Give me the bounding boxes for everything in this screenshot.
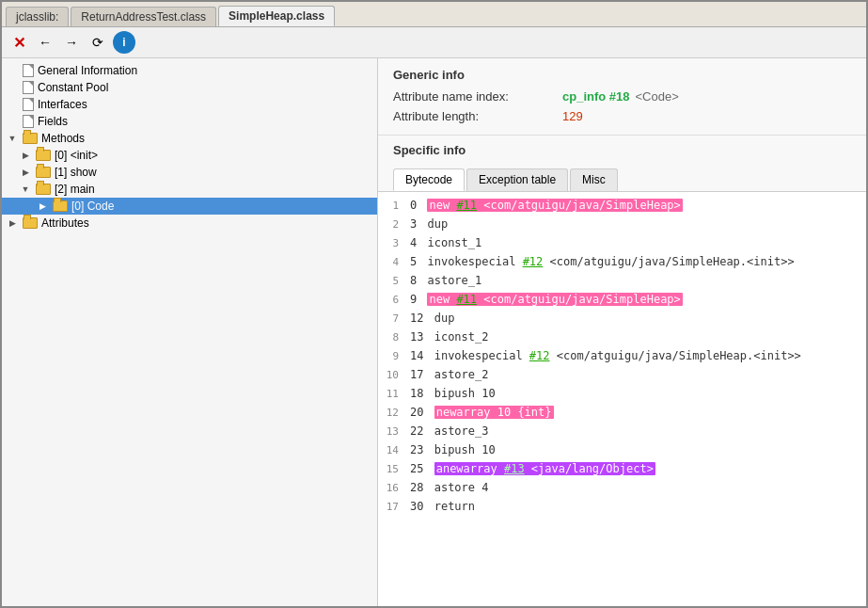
ref-12-line4[interactable]: #12 <box>523 255 544 268</box>
ref-11-line1[interactable]: #11 <box>456 199 477 212</box>
line-num-10: 10 <box>378 369 406 381</box>
bytecode-panel[interactable]: 1 0 new #11 <com/atguigu/java/SimpleHeap… <box>378 192 866 606</box>
close-button[interactable]: ✕ <box>8 31 30 54</box>
forward-button[interactable]: → <box>60 31 83 54</box>
file-icon-interfaces <box>23 98 34 111</box>
tree-label-method-show: [1] show <box>55 166 97 179</box>
expand-method-show[interactable] <box>19 166 32 179</box>
line-num-4: 4 <box>378 256 406 268</box>
expand-interfaces <box>6 98 19 111</box>
tab-returnaddress[interactable]: ReturnAddressTest.class <box>71 7 216 26</box>
line-content-16: 28 astore 4 <box>406 481 866 494</box>
tab-bytecode[interactable]: Bytecode <box>393 168 465 191</box>
line-num-3: 3 <box>378 237 406 249</box>
tab-jclasslib[interactable]: jclasslib: <box>6 7 69 26</box>
line-content-17: 30 return <box>406 500 866 513</box>
bytecode-line-7: 7 12 dup <box>378 309 866 328</box>
tree-item-methods[interactable]: Methods <box>2 130 377 147</box>
line-num-7: 7 <box>378 312 406 325</box>
bytecode-line-10: 10 17 astore_2 <box>378 365 866 384</box>
right-container: Generic info Attribute name index: cp_in… <box>378 58 866 606</box>
expand-constant-pool <box>6 81 19 94</box>
expand-method-init[interactable] <box>19 149 32 162</box>
line-content-14: 23 bipush 10 <box>406 443 866 456</box>
expand-methods[interactable] <box>6 132 19 145</box>
specific-info-section: Specific info <box>378 136 866 168</box>
bytecode-line-16: 16 28 astore 4 <box>378 478 866 497</box>
bytecode-line-15: 15 25 anewarray #13 <java/lang/Object> <box>378 459 866 478</box>
folder-icon-attributes <box>23 217 38 229</box>
line-content-12: 20 newarray 10 {int} <box>406 406 866 419</box>
attr-name-value[interactable]: cp_info #18 <box>562 89 630 104</box>
folder-icon-method-show <box>36 167 51 178</box>
line-num-15: 15 <box>378 463 406 475</box>
expand-method-main[interactable] <box>19 183 32 196</box>
tab-simpleheap-label: SimpleHeap.class <box>229 9 324 23</box>
line-num-14: 14 <box>378 444 406 456</box>
line-num-13: 13 <box>378 425 406 438</box>
bytecode-line-1: 1 0 new #11 <com/atguigu/java/SimpleHeap… <box>378 196 866 215</box>
tree-label-method-main: [2] main <box>55 183 95 196</box>
info-button[interactable]: i <box>113 31 135 54</box>
tree-label-methods: Methods <box>41 132 85 145</box>
ref-13-line15[interactable]: #13 <box>504 462 525 475</box>
bytecode-line-8: 8 13 iconst_2 <box>378 328 866 346</box>
bytecode-line-5: 5 8 astore_1 <box>378 271 866 290</box>
line-num-1: 1 <box>378 200 406 212</box>
tab-bar: jclasslib: ReturnAddressTest.class Simpl… <box>2 2 866 27</box>
tree-label-attributes: Attributes <box>41 216 89 230</box>
tab-exception-table[interactable]: Exception table <box>466 168 568 191</box>
tab-misc[interactable]: Misc <box>570 168 618 191</box>
attr-length-value: 129 <box>562 109 583 123</box>
line-content-8: 13 iconst_2 <box>406 330 866 344</box>
tree-item-interfaces[interactable]: Interfaces <box>2 96 377 113</box>
toolbar: ✕ ← → ⟳ i <box>2 27 866 58</box>
back-button[interactable]: ← <box>34 31 56 54</box>
tree-label-method-main-code: [0] Code <box>71 200 114 213</box>
bytecode-line-6: 6 9 new #11 <com/atguigu/java/SimpleHeap… <box>378 290 866 309</box>
expand-method-main-code[interactable] <box>36 200 49 213</box>
attr-length-row: Attribute length: 129 <box>393 109 851 123</box>
line-content-4: 5 invokespecial #12 <com/atguigu/java/Si… <box>406 255 866 268</box>
tree-item-constant-pool[interactable]: Constant Pool <box>2 79 377 96</box>
tab-simpleheap[interactable]: SimpleHeap.class <box>218 6 335 26</box>
specific-info-title: Specific info <box>393 143 851 157</box>
line-num-12: 12 <box>378 407 406 419</box>
line-content-5: 8 astore_1 <box>406 274 866 287</box>
folder-icon-method-init <box>36 150 51 161</box>
bytecode-line-13: 13 22 astore_3 <box>378 422 866 440</box>
line-num-6: 6 <box>378 294 406 306</box>
line-content-15: 25 anewarray #13 <java/lang/Object> <box>406 462 866 475</box>
tree-item-method-main-code[interactable]: [0] Code <box>2 198 377 215</box>
right-panel: Generic info Attribute name index: cp_in… <box>378 58 866 606</box>
refresh-button[interactable]: ⟳ <box>87 31 109 54</box>
ref-12-line9[interactable]: #12 <box>529 349 550 362</box>
tree-item-attributes[interactable]: Attributes <box>2 215 377 232</box>
attr-name-label: Attribute name index: <box>393 89 562 104</box>
expand-fields <box>6 115 19 128</box>
tree-label-method-init: [0] <init> <box>55 149 98 162</box>
file-icon-general <box>23 64 34 77</box>
line-num-8: 8 <box>378 331 406 344</box>
tree-item-fields[interactable]: Fields <box>2 113 377 130</box>
tree-item-method-show[interactable]: [1] show <box>2 164 377 181</box>
ref-11-line6[interactable]: #11 <box>456 293 477 306</box>
folder-icon-methods <box>23 133 38 144</box>
expand-general <box>6 64 19 77</box>
folder-icon-method-main <box>36 184 51 195</box>
generic-info-section: Generic info Attribute name index: cp_in… <box>378 58 866 136</box>
attr-name-code: <Code> <box>636 89 679 104</box>
folder-icon-method-main-code <box>53 200 68 212</box>
attr-name-row: Attribute name index: cp_info #18 <Code> <box>393 89 851 104</box>
expand-attributes[interactable] <box>6 216 19 230</box>
file-icon-fields <box>23 115 34 128</box>
line-content-1: 0 new #11 <com/atguigu/java/SimpleHeap> <box>406 199 866 212</box>
tree-item-general[interactable]: General Information <box>2 62 377 79</box>
bytecode-line-9: 9 14 invokespecial #12 <com/atguigu/java… <box>378 346 866 365</box>
code-tabs: Bytecode Exception table Misc <box>378 168 866 192</box>
line-num-11: 11 <box>378 388 406 400</box>
tree-item-method-init[interactable]: [0] <init> <box>2 147 377 164</box>
bytecode-line-17: 17 30 return <box>378 497 866 516</box>
line-num-16: 16 <box>378 482 406 494</box>
tree-item-method-main[interactable]: [2] main <box>2 181 377 198</box>
